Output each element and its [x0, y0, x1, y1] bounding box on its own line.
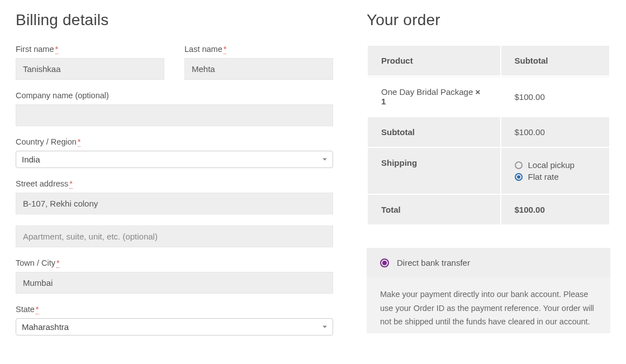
radio-icon — [515, 173, 523, 181]
radio-icon — [515, 161, 523, 169]
state-label: State* — [16, 305, 333, 314]
table-row: One Day Bridal Package × 1 $100.00 — [368, 76, 609, 116]
shipping-label: Shipping — [368, 148, 500, 194]
required-mark: * — [78, 137, 81, 147]
first-name-label: First name* — [16, 45, 164, 54]
city-input[interactable] — [16, 272, 333, 294]
street-address-input[interactable] — [16, 193, 333, 214]
required-mark: * — [69, 179, 73, 189]
payment-description: Make your payment directly into our bank… — [367, 277, 610, 333]
col-product: Product — [368, 46, 500, 75]
street-label: Street address* — [16, 179, 333, 188]
state-select[interactable]: Maharashtra — [16, 318, 333, 336]
shipping-option-label: Local pickup — [528, 160, 575, 170]
last-name-input[interactable] — [184, 58, 333, 80]
first-name-input[interactable] — [16, 58, 164, 80]
required-mark: * — [224, 45, 227, 54]
total-label: Total — [368, 195, 500, 224]
required-mark: * — [36, 305, 39, 314]
payment-method-label: Direct bank transfer — [397, 258, 470, 267]
company-input[interactable] — [16, 104, 333, 126]
required-mark: * — [56, 258, 60, 268]
payment-box: Direct bank transfer Make your payment d… — [367, 248, 610, 333]
item-name: One Day Bridal Package — [381, 87, 475, 97]
required-mark: * — [55, 45, 59, 54]
payment-method-direct-bank[interactable]: Direct bank transfer — [367, 248, 610, 277]
total-value: $100.00 — [501, 195, 610, 224]
shipping-option-local[interactable]: Local pickup — [515, 160, 596, 170]
subtotal-value: $100.00 — [501, 117, 610, 147]
subtotal-label: Subtotal — [368, 117, 500, 147]
col-subtotal: Subtotal — [501, 46, 610, 75]
billing-heading: Billing details — [16, 11, 333, 29]
order-heading: Your order — [367, 11, 610, 29]
city-label: Town / City* — [16, 258, 333, 267]
radio-icon — [380, 258, 389, 267]
shipping-option-label: Flat rate — [528, 172, 559, 181]
item-price: $100.00 — [501, 76, 610, 116]
country-select[interactable]: India — [16, 151, 333, 168]
shipping-option-flat[interactable]: Flat rate — [515, 172, 596, 181]
company-label: Company name (optional) — [16, 91, 333, 100]
last-name-label: Last name* — [184, 45, 333, 54]
order-table: Product Subtotal One Day Bridal Package … — [367, 45, 610, 226]
street-address-2-input[interactable] — [16, 226, 333, 247]
country-label: Country / Region* — [16, 137, 333, 146]
